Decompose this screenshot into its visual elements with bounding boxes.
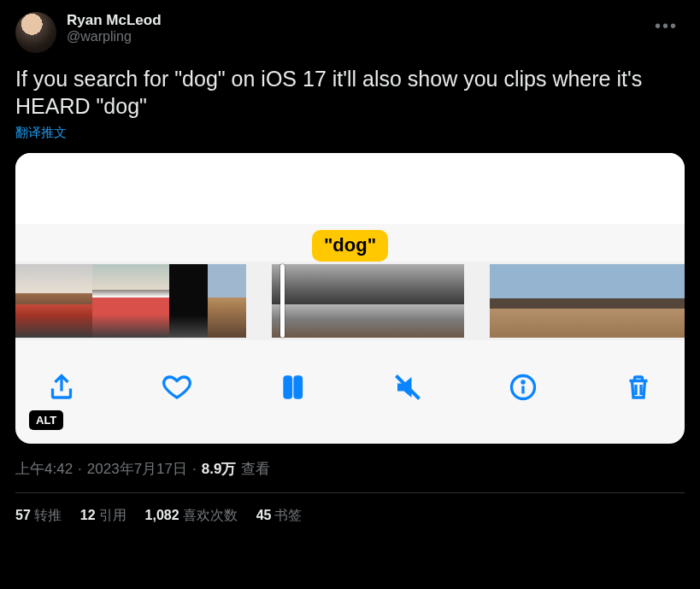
- likes-label: 喜欢次数: [183, 508, 238, 522]
- separator-dot: ·: [78, 461, 82, 478]
- mute-icon[interactable]: [389, 368, 426, 406]
- engagement-stats: 57转推 12引用 1,082喜欢次数 45书签: [15, 507, 685, 525]
- retweets-count: 57: [15, 508, 31, 522]
- thumbnail-frame: [605, 264, 644, 338]
- thumbnail-frame: [92, 264, 131, 338]
- media-toolbar: [15, 340, 685, 444]
- clip-group-1: [15, 264, 246, 338]
- svg-rect-0: [285, 377, 291, 398]
- clip-group-3: [490, 264, 685, 338]
- bookmarks-count: 45: [256, 508, 272, 522]
- tweet-header: Ryan McLeod @warpling •••: [15, 12, 685, 53]
- svg-rect-1: [295, 377, 302, 398]
- svg-point-5: [522, 380, 524, 382]
- views-label: 查看: [241, 459, 270, 479]
- separator-dot: ·: [192, 461, 197, 478]
- media-top-spacer: [15, 153, 685, 224]
- retweets-label: 转推: [34, 508, 62, 522]
- thumbnail-frame: [567, 264, 605, 338]
- retweets-stat[interactable]: 57转推: [15, 507, 62, 525]
- quotes-count: 12: [80, 508, 96, 522]
- video-timeline[interactable]: [15, 262, 685, 340]
- clip-group-2: [272, 264, 464, 338]
- thumbnail-frame: [644, 264, 682, 338]
- more-options-icon[interactable]: •••: [648, 12, 685, 39]
- thumbnail-frame: [131, 264, 169, 338]
- alt-badge[interactable]: ALT: [29, 410, 63, 430]
- thumbnail-frame: [528, 264, 567, 338]
- caption-row: "dog": [15, 224, 685, 262]
- views-count[interactable]: 8.9万: [202, 459, 237, 479]
- thumbnail-frame: [426, 264, 464, 338]
- share-icon[interactable]: [43, 368, 80, 406]
- thumbnail-frame: [208, 264, 246, 338]
- thumbnail-frame: [310, 264, 349, 338]
- pause-icon[interactable]: [274, 368, 311, 406]
- bookmarks-label: 书签: [274, 508, 302, 522]
- tweet-text: If you search for "dog" on iOS 17 it'll …: [15, 65, 685, 120]
- thumbnail-frame: [272, 264, 310, 338]
- avatar[interactable]: [15, 12, 56, 53]
- thumbnail-frame: [169, 264, 208, 338]
- info-icon[interactable]: [504, 368, 542, 406]
- thumbnail-frame: [349, 264, 387, 338]
- thumbnail-frame: [490, 264, 528, 338]
- display-name[interactable]: Ryan McLeod: [67, 12, 162, 29]
- bookmarks-stat[interactable]: 45书签: [256, 507, 303, 525]
- meta-row: 上午4:42 · 2023年7月17日 · 8.9万 查看: [15, 459, 685, 493]
- user-names: Ryan McLeod @warpling: [67, 12, 162, 53]
- user-handle[interactable]: @warpling: [67, 29, 162, 44]
- quotes-label: 引用: [99, 508, 126, 522]
- likes-stat[interactable]: 1,082喜欢次数: [145, 507, 238, 525]
- heart-icon[interactable]: [158, 368, 196, 406]
- caption-bubble: "dog": [312, 230, 388, 262]
- quotes-stat[interactable]: 12引用: [80, 507, 126, 525]
- tweet-date[interactable]: 2023年7月17日: [87, 459, 187, 479]
- tweet-container: Ryan McLeod @warpling ••• If you search …: [15, 12, 685, 525]
- thumbnail-frame: [682, 264, 685, 338]
- tweet-time[interactable]: 上午4:42: [15, 459, 73, 479]
- user-row: Ryan McLeod @warpling: [15, 12, 162, 53]
- translate-link[interactable]: 翻译推文: [15, 125, 685, 141]
- thumbnail-frame: [15, 264, 54, 338]
- thumbnail-frame: [387, 264, 426, 338]
- thumbnail-frame: [54, 264, 92, 338]
- trash-icon[interactable]: [620, 368, 657, 406]
- likes-count: 1,082: [145, 508, 179, 522]
- media-card[interactable]: "dog": [15, 153, 685, 444]
